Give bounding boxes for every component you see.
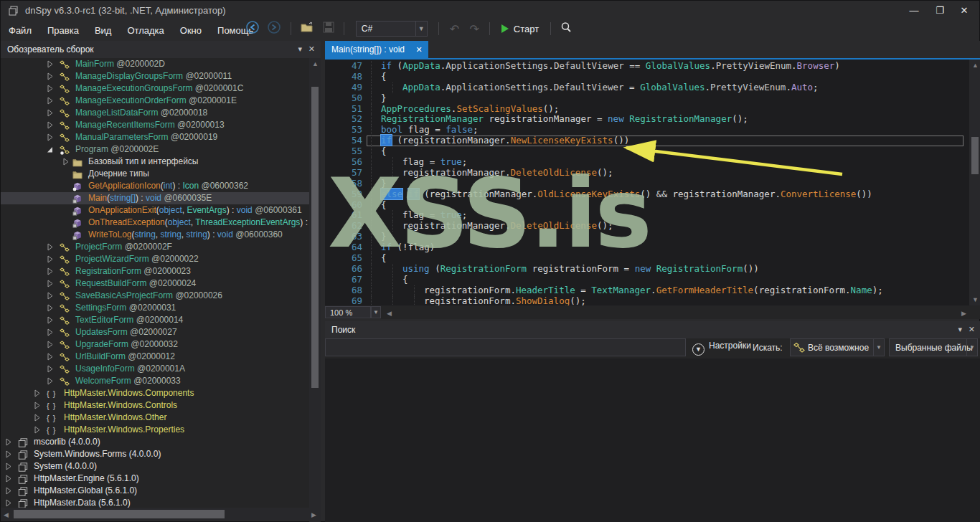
expander-collapsed-icon[interactable] (47, 60, 54, 70)
tree-row[interactable]: WelcomeForm @02000033 (1, 375, 309, 387)
tree-row[interactable]: ManageExecutionOrderForm @0200001E (1, 95, 309, 107)
zoom-combo[interactable]: 100 % ▼ (325, 306, 371, 318)
minimize-button[interactable]: — (903, 4, 925, 18)
expander-collapsed-icon[interactable] (47, 72, 54, 82)
expander-collapsed-icon[interactable] (5, 438, 12, 448)
editor-hscroll-right-icon[interactable]: ▶ (961, 310, 966, 317)
code-line-67[interactable]: 67{ (325, 275, 969, 285)
code-line-65[interactable]: 65{ (325, 253, 969, 264)
code-line-62[interactable]: 62registrationManager.DeleteOldLicense()… (325, 221, 969, 232)
expander-collapsed-icon[interactable] (34, 402, 41, 412)
open-file-icon[interactable] (301, 22, 314, 36)
tree-horizontal-scrollbar[interactable]: ◀ ▶ (1, 508, 321, 521)
expander-collapsed-icon[interactable] (5, 487, 12, 497)
code-line-57[interactable]: 57registrationManager.DeleteOldLicense()… (325, 168, 969, 179)
expander-collapsed-icon[interactable] (34, 414, 41, 424)
code-line-60[interactable]: 60{ (325, 200, 969, 211)
expander-collapsed-icon[interactable] (47, 353, 54, 363)
expander-collapsed-icon[interactable] (5, 450, 12, 460)
tree-row[interactable]: Main(string[]) : void @0600035E (1, 192, 309, 204)
tree-row[interactable]: GetApplicationIcon(int) : Icon @06000362 (1, 180, 309, 192)
search-input[interactable] (325, 338, 686, 356)
menu-Отладка[interactable]: Отладка (119, 21, 171, 41)
tree-row[interactable]: OnApplicationExit(object, EventArgs) : v… (1, 204, 309, 217)
panel-close-icon[interactable]: ✕ (308, 44, 315, 54)
code-line-55[interactable]: 55{ (325, 146, 969, 157)
expander-collapsed-icon[interactable] (47, 121, 54, 131)
tree-row[interactable]: MainForm @0200002D (1, 58, 309, 70)
expander-collapsed-icon[interactable] (47, 255, 54, 265)
search-what-combo[interactable]: Всё возможное ▼ (790, 338, 885, 356)
language-combo[interactable]: C# ▼ (356, 21, 428, 37)
tree-row[interactable]: ProjectWizardForm @02000022 (1, 253, 309, 265)
search-settings-button[interactable]: ▼Настройки (692, 341, 751, 356)
expander-collapsed-icon[interactable] (47, 292, 54, 302)
code-editor[interactable]: 47if (AppData.ApplicationSettings.Defaul… (325, 60, 980, 305)
code-line-48[interactable]: 48{ (325, 72, 969, 82)
search-panel-menu-icon[interactable]: ▾ (958, 325, 962, 334)
search-results-area[interactable] (325, 359, 980, 522)
expander-collapsed-icon[interactable] (47, 133, 54, 143)
expander-collapsed-icon[interactable] (47, 316, 54, 326)
navigate-back-icon[interactable] (246, 21, 259, 37)
navigate-forward-icon[interactable] (268, 21, 281, 37)
code-line-47[interactable]: 47if (AppData.ApplicationSettings.Defaul… (325, 61, 969, 72)
tree-row[interactable]: RequestBuildForm @02000024 (1, 277, 309, 290)
editor-vertical-scrollbar[interactable]: ▲ ▼ (969, 60, 980, 305)
search-icon[interactable] (560, 22, 572, 36)
expander-collapsed-icon[interactable] (47, 109, 54, 119)
code-line-63[interactable]: 63} (325, 232, 969, 242)
menu-Вид[interactable]: Вид (87, 21, 120, 41)
expander-collapsed-icon[interactable] (5, 475, 12, 485)
tree-row[interactable]: TextEditorForm @02000014 (1, 314, 309, 326)
menu-Файл[interactable]: Файл (1, 21, 39, 41)
tree-row[interactable]: mscorlib (4.0.0.0) (1, 436, 309, 448)
expander-collapsed-icon[interactable] (62, 158, 70, 168)
tree-row[interactable]: ProjectForm @0200002F (1, 241, 309, 253)
tree-row[interactable]: { }HttpMaster.Windows.Properties (1, 424, 309, 436)
tree-vertical-scrollbar[interactable]: ▲ ▼ (309, 58, 321, 522)
tree-row[interactable]: HttpMaster.Global (5.6.1.0) (1, 485, 309, 497)
search-what-dropdown-icon[interactable]: ▼ (873, 339, 884, 356)
tree-row[interactable]: UrlBuildForm @02000012 (1, 351, 309, 363)
expander-collapsed-icon[interactable] (47, 85, 54, 95)
tree-row[interactable]: ManageRecentItemsForm @02000013 (1, 119, 309, 131)
panel-menu-icon[interactable]: ▾ (298, 44, 302, 54)
code-line-56[interactable]: 56flag = true; (325, 157, 969, 168)
tree-row[interactable]: HttpMaster.Engine (5.6.1.0) (1, 473, 309, 485)
code-line-53[interactable]: 53bool flag = false; (325, 125, 969, 136)
code-line-69[interactable]: 69registrationForm.ShowDialog(); (325, 296, 969, 305)
tree-row[interactable]: ManualParametersForm @02000019 (1, 131, 309, 143)
language-combo-dropdown-icon[interactable]: ▼ (415, 22, 427, 36)
tree-row[interactable]: { }HttpMaster.Windows.Other (1, 412, 309, 424)
menu-Правка[interactable]: Правка (39, 21, 87, 41)
tab-close-icon[interactable]: ✕ (415, 45, 422, 54)
undo-icon[interactable]: ↶ (450, 22, 459, 36)
tree-row[interactable]: UpgradeForm @02000032 (1, 338, 309, 351)
expander-expanded-icon[interactable] (47, 146, 54, 156)
code-line-51[interactable]: 51AppProcedures.SetScalingValues(); (325, 104, 969, 115)
code-line-61[interactable]: 61flag = true; (325, 210, 969, 221)
expander-collapsed-icon[interactable] (47, 304, 54, 314)
tree-row[interactable]: ManageDisplayGroupsForm @02000011 (1, 70, 309, 82)
tree-row[interactable]: UpdatesForm @02000027 (1, 326, 309, 338)
tab-main-method[interactable]: Main(string[]) : void ✕ (325, 41, 428, 58)
close-button[interactable]: ✕ (953, 4, 975, 18)
tree-row[interactable]: Дочерние типы (1, 168, 309, 180)
tree-row[interactable]: ManageExecutionGroupsForm @0200001C (1, 82, 309, 95)
expander-collapsed-icon[interactable] (34, 389, 41, 399)
start-button[interactable]: Старт (501, 24, 539, 34)
code-line-54[interactable]: 54if (registrationManager.NewLicenseKeyE… (325, 136, 969, 146)
tree-row[interactable]: { }HttpMaster.Windows.Controls (1, 399, 309, 412)
tree-row[interactable]: { }HttpMaster.Windows.Components (1, 387, 309, 399)
expander-collapsed-icon[interactable] (47, 365, 54, 375)
tree-row[interactable]: SaveBasicAsProjectForm @02000026 (1, 290, 309, 302)
tree-row[interactable]: Базовый тип и интерфейсы (1, 156, 309, 168)
code-line-58[interactable]: 58} (325, 179, 969, 189)
tree-row[interactable]: SettingsForm @02000031 (1, 302, 309, 314)
menu-Окно[interactable]: Окно (172, 21, 209, 41)
code-line-59[interactable]: 59else if (registrationManager.OldLicens… (325, 189, 969, 200)
code-line-50[interactable]: 50} (325, 93, 969, 104)
expander-collapsed-icon[interactable] (47, 377, 54, 387)
restore-button[interactable]: ❐ (929, 4, 951, 18)
